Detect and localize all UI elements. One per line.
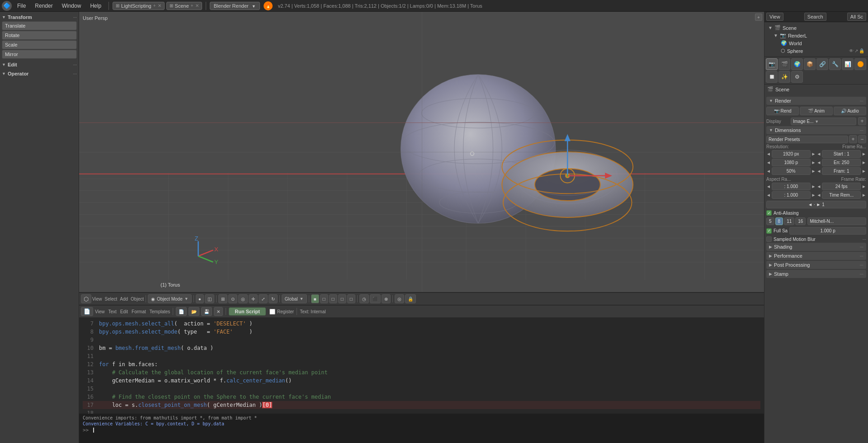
rotate-button[interactable]: Rotate (2, 31, 77, 40)
end-left-arrow[interactable]: ◄ (817, 160, 821, 165)
object-menu[interactable]: Object (131, 297, 144, 302)
eye-icon[interactable]: 👁 (849, 48, 854, 53)
console-prompt[interactable]: >> (83, 427, 760, 433)
time-rem-value[interactable]: Time Rem... (822, 191, 861, 199)
time-rem-right-arrow[interactable]: ► (862, 193, 866, 198)
aspect-x-right-arrow[interactable]: ► (811, 184, 816, 189)
menu-render[interactable]: Render (31, 2, 56, 10)
code-area[interactable]: 7 bpy.ops.mesh.select_all( action = 'DES… (79, 318, 764, 414)
rend-button[interactable]: 📷 Rend (766, 107, 799, 115)
start-left-arrow[interactable]: ◄ (817, 151, 821, 156)
view-menu[interactable]: View (92, 297, 102, 302)
aa-checkbox[interactable]: ✓ (766, 210, 772, 216)
script-new-btn[interactable]: 📄 (176, 307, 187, 316)
rotate-3d-btn[interactable]: ↻ (269, 294, 278, 303)
script-format-menu[interactable]: Format (132, 309, 146, 314)
layer-btn-3[interactable]: □ (329, 294, 337, 303)
record-btn[interactable]: ◎ (395, 294, 404, 303)
scene-props-icon[interactable]: 🎬 (778, 58, 790, 70)
texture-mode-btn[interactable]: ◫ (205, 294, 214, 303)
res-x-right-arrow[interactable]: ► (811, 151, 816, 156)
world-props-icon[interactable]: 🌍 (791, 58, 803, 70)
physics-icon[interactable]: ⚙ (791, 71, 803, 83)
aspect-y-left-arrow[interactable]: ◄ (766, 193, 771, 198)
script-view-menu[interactable]: View (95, 309, 105, 314)
script-close-btn[interactable]: ✕ (214, 307, 223, 316)
full-sa-checkbox[interactable]: ✓ (766, 228, 772, 234)
proportional-edit-btn[interactable]: ⊙ (228, 294, 237, 303)
texture-icon[interactable]: 🔲 (766, 71, 778, 83)
scene-tree-scene[interactable]: ▼ 🎬 Scene (766, 24, 866, 32)
layer-btn-1[interactable]: ■ (311, 294, 319, 303)
display-plus-btn[interactable]: + (858, 117, 866, 125)
smb-checkbox[interactable] (766, 236, 772, 242)
end-value[interactable]: En: 250 (822, 159, 861, 166)
search-button[interactable]: Search (804, 13, 826, 21)
constraints-icon[interactable]: 🔗 (816, 58, 828, 70)
select-menu[interactable]: Select (105, 297, 118, 302)
scene-tree-world[interactable]: 🌍 World (766, 39, 866, 47)
stamp-section-header[interactable]: ▶ Stamp ··· (766, 270, 866, 278)
workspace-2[interactable]: ⊞ Scene + ✕ (166, 2, 202, 10)
pct-value[interactable]: 50% (772, 167, 811, 175)
display-value[interactable]: Image E... ▼ (791, 118, 856, 125)
3d-viewport[interactable]: User Persp + (79, 12, 764, 292)
add-menu[interactable]: Add (120, 297, 128, 302)
menu-help[interactable]: Help (86, 2, 105, 10)
render-btn[interactable]: ⬛ (370, 294, 381, 303)
res-x-left-arrow[interactable]: ◄ (766, 151, 771, 156)
object-props-icon[interactable]: 📦 (804, 58, 816, 70)
script-text-menu[interactable]: Text (108, 309, 117, 314)
particles-icon[interactable]: ✨ (778, 71, 790, 83)
res-x-value[interactable]: 1920 px (772, 150, 811, 158)
scene-tree-renderl[interactable]: ▼ 📷 RenderL (766, 32, 866, 39)
presets-add-btn[interactable]: + (849, 135, 857, 143)
workspace-2-close[interactable]: ✕ (195, 3, 199, 8)
frame-value[interactable]: Fram: 1 (822, 167, 861, 175)
res-y-right-arrow[interactable]: ► (811, 160, 816, 165)
end-right-arrow[interactable]: ► (862, 160, 866, 165)
res-y-value[interactable]: 1080 p (772, 159, 811, 166)
mirror-button[interactable]: Mirror (2, 50, 77, 59)
engine-selector[interactable]: Blender Render ▼ (210, 2, 260, 10)
solid-mode-btn[interactable]: ● (196, 294, 204, 303)
aa-11-btn[interactable]: 11 (784, 217, 794, 225)
manip-btn[interactable]: ✛ (249, 294, 258, 303)
pivot-btn[interactable]: ◎ (238, 294, 248, 303)
script-edit-menu[interactable]: Edit (120, 309, 128, 314)
render-props-icon[interactable]: 📷 (766, 58, 778, 70)
snap-grid-btn[interactable]: ⊗ (382, 294, 391, 303)
lock-btn[interactable]: 🔒 (405, 294, 416, 303)
shading-section-header[interactable]: ▶ Shading ··· (766, 243, 866, 251)
aa-16-btn[interactable]: 16 (795, 217, 806, 225)
fps-right-arrow[interactable]: ► (862, 184, 866, 189)
fps-value[interactable]: 24 fps (822, 183, 861, 190)
layer-btn-4[interactable]: □ (338, 294, 346, 303)
render-section-header[interactable]: ▼ Render ··· (766, 97, 866, 105)
frame-left-arrow[interactable]: ◄ (817, 169, 821, 174)
transform-header[interactable]: ▼ Transform ··· (2, 14, 77, 21)
pct-right-arrow[interactable]: ► (811, 169, 816, 174)
aa-type-select[interactable]: Mitchell-N... (807, 217, 866, 225)
presets-remove-btn[interactable]: − (858, 135, 866, 143)
fram-stepper-value[interactable]: ◄ · ► 1 (766, 201, 866, 208)
anim-button[interactable]: 🎬 Anim (800, 107, 832, 115)
menu-file[interactable]: File (14, 2, 29, 10)
aa-5-btn[interactable]: 5 (766, 217, 774, 225)
lock-icon[interactable]: 🔒 (859, 48, 864, 53)
res-y-left-arrow[interactable]: ◄ (766, 160, 771, 165)
workspace-2-plus[interactable]: + (191, 3, 193, 8)
frame-right-arrow[interactable]: ► (862, 169, 866, 174)
overlay-btn[interactable]: ◷ (359, 294, 369, 303)
audio-button[interactable]: 🔊 Audio (834, 107, 866, 115)
aspect-y-value[interactable]: : 1.000 (772, 191, 811, 199)
time-rem-left-arrow[interactable]: ◄ (817, 193, 821, 198)
modifiers-icon[interactable]: 🔧 (829, 58, 841, 70)
aspect-x-value[interactable]: : 1.000 (772, 183, 811, 190)
aa-8-btn[interactable]: 8 (775, 217, 783, 225)
full-sa-value[interactable]: 1.000 p (789, 227, 866, 235)
post-processing-section-header[interactable]: ▶ Post Processing ··· (766, 261, 866, 269)
script-open-btn[interactable]: 📂 (189, 307, 199, 316)
mode-selector[interactable]: ◉ Object Mode ▼ (148, 294, 192, 303)
start-value[interactable]: Start : 1 (822, 150, 861, 158)
